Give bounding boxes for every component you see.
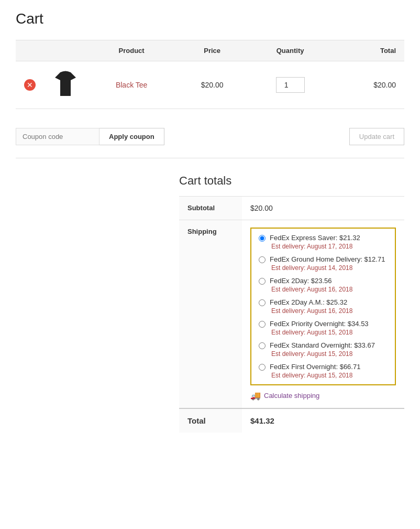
product-qty-cell: [248, 61, 332, 109]
subtotal-value: $20.00: [242, 197, 404, 220]
coupon-form: Apply coupon: [16, 128, 164, 145]
shipping-option-radio[interactable]: [259, 342, 266, 349]
cart-totals-title: Cart totals: [179, 174, 404, 188]
shipping-label: Shipping: [179, 220, 242, 409]
table-row: ✕ Black Tee $20.00 $20.00: [16, 61, 404, 109]
calculate-shipping-link[interactable]: 🚚 Calculate shipping: [250, 391, 396, 401]
product-name-link[interactable]: Black Tee: [116, 81, 147, 89]
shipping-option-delivery: Est delivery: August 14, 2018: [271, 264, 388, 272]
shipping-option-radio[interactable]: [259, 278, 266, 285]
shipping-option-radio[interactable]: [259, 321, 266, 328]
cart-actions: Apply coupon Update cart: [16, 120, 404, 158]
shipping-option-radio[interactable]: [259, 235, 266, 242]
total-row: Total $41.32: [179, 408, 404, 433]
shipping-option-name: FedEx 2Day A.M.: $25.32: [270, 298, 347, 306]
product-image-cell: [44, 61, 87, 109]
shipping-option-delivery: Est delivery: August 16, 2018: [271, 286, 388, 293]
shipping-option-name: FedEx Express Saver: $21.32: [270, 234, 360, 242]
shipping-row: Shipping FedEx Express Saver: $21.32Est …: [179, 220, 404, 409]
shipping-option-label[interactable]: FedEx 2Day: $23.56: [259, 277, 388, 285]
shipping-option-name: FedEx Ground Home Delivery: $12.71: [270, 255, 385, 263]
totals-table: Subtotal $20.00 Shipping FedEx Express S…: [179, 196, 404, 433]
shipping-option-name: FedEx Standard Overnight: $33.67: [270, 341, 375, 349]
shipping-option-item: FedEx 2Day A.M.: $25.32Est delivery: Aug…: [259, 298, 388, 315]
shipping-options-box: FedEx Express Saver: $21.32Est delivery:…: [250, 228, 396, 385]
shipping-option-item: FedEx First Overnight: $66.71Est deliver…: [259, 363, 388, 379]
cart-totals-section: Cart totals Subtotal $20.00 Shipping Fed…: [16, 174, 404, 433]
shipping-option-delivery: Est delivery: August 16, 2018: [271, 307, 388, 315]
product-name-cell: Black Tee: [87, 61, 176, 109]
shipping-option-label[interactable]: FedEx First Overnight: $66.71: [259, 363, 388, 371]
shipping-option-delivery: Est delivery: August 15, 2018: [271, 350, 388, 358]
shipping-option-radio[interactable]: [259, 364, 266, 371]
shipping-option-item: FedEx Ground Home Delivery: $12.71Est de…: [259, 255, 388, 272]
col-header-price: Price: [176, 40, 248, 61]
calculate-shipping-label: Calculate shipping: [264, 392, 319, 400]
product-total-cell: $20.00: [332, 61, 404, 109]
remove-cell: ✕: [16, 61, 44, 109]
shipping-option-item: FedEx Priority Overnight: $34.53Est deli…: [259, 320, 388, 336]
shipping-option-label[interactable]: FedEx Priority Overnight: $34.53: [259, 320, 388, 328]
col-header-product: Product: [87, 40, 176, 61]
update-cart-button[interactable]: Update cart: [349, 128, 404, 145]
cart-totals: Cart totals Subtotal $20.00 Shipping Fed…: [179, 174, 404, 433]
subtotal-row: Subtotal $20.00: [179, 197, 404, 220]
shipping-option-name: FedEx First Overnight: $66.71: [270, 363, 360, 371]
col-header-image: [44, 40, 87, 61]
shipping-option-delivery: Est delivery: August 15, 2018: [271, 372, 388, 379]
shipping-option-label[interactable]: FedEx Ground Home Delivery: $12.71: [259, 255, 388, 263]
truck-icon: 🚚: [250, 391, 261, 401]
apply-coupon-button[interactable]: Apply coupon: [100, 128, 164, 145]
shipping-option-name: FedEx 2Day: $23.56: [270, 277, 332, 285]
cart-table: Product Price Quantity Total ✕ Black Tee…: [16, 40, 404, 109]
col-header-quantity: Quantity: [248, 40, 332, 61]
shipping-option-radio[interactable]: [259, 299, 266, 306]
total-label: Total: [179, 408, 242, 433]
shipping-option-delivery: Est delivery: August 15, 2018: [271, 329, 388, 336]
shipping-options-cell: FedEx Express Saver: $21.32Est delivery:…: [242, 220, 404, 409]
total-value: $41.32: [242, 408, 404, 433]
shipping-option-radio[interactable]: [259, 256, 266, 263]
col-header-total: Total: [332, 40, 404, 61]
coupon-code-input[interactable]: [16, 128, 100, 145]
remove-item-button[interactable]: ✕: [24, 79, 36, 91]
subtotal-label: Subtotal: [179, 197, 242, 220]
quantity-input[interactable]: [276, 77, 305, 93]
shipping-option-delivery: Est delivery: August 17, 2018: [271, 243, 388, 250]
shipping-option-item: FedEx Express Saver: $21.32Est delivery:…: [259, 234, 388, 250]
shipping-option-label[interactable]: FedEx Standard Overnight: $33.67: [259, 341, 388, 349]
page-title: Cart: [16, 10, 404, 27]
product-image-icon: [52, 70, 79, 99]
shipping-option-item: FedEx 2Day: $23.56Est delivery: August 1…: [259, 277, 388, 293]
shipping-option-name: FedEx Priority Overnight: $34.53: [270, 320, 369, 328]
shipping-option-item: FedEx Standard Overnight: $33.67Est deli…: [259, 341, 388, 358]
product-price-cell: $20.00: [176, 61, 248, 109]
shipping-option-label[interactable]: FedEx 2Day A.M.: $25.32: [259, 298, 388, 306]
shipping-option-label[interactable]: FedEx Express Saver: $21.32: [259, 234, 388, 242]
col-header-remove: [16, 40, 44, 61]
